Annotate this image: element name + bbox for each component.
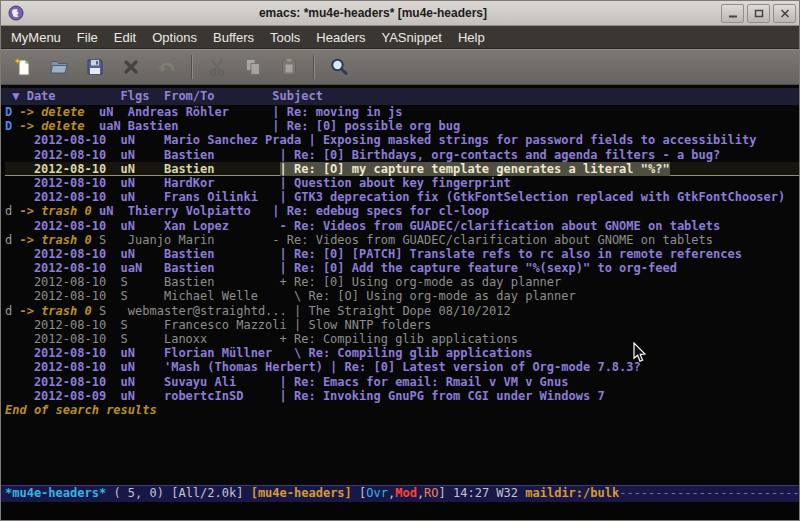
text-segment: 2012-08-10 S Bastien + Re: [0] Using org…	[5, 275, 561, 289]
new-file-icon	[13, 57, 33, 77]
text-segment: ▼ Date Flgs From/To Subject	[5, 89, 323, 103]
text-segment: 2012-08-10 uN Bastien | Re: [0] [PATCH] …	[5, 247, 742, 261]
open-folder-icon	[49, 57, 69, 77]
text-segment: 2012-08-10 uN Bastien | Re: [0] Birthday…	[5, 148, 720, 162]
buffer-text-area: ▼ Date Flgs From/To Subject D -> delete …	[1, 85, 799, 485]
text-segment: 2012-08-10 uN Xan Lopez - Re: Videos fro…	[5, 219, 720, 233]
header-row[interactable]: d -> trash 0 S webmaster@straightd... | …	[5, 304, 799, 318]
close-window-button[interactable]	[773, 4, 796, 23]
header-row[interactable]: D -> delete uaN Bastien | Re: [0] possib…	[5, 119, 799, 133]
text-segment: S webmaster@straightd... | The Straight …	[92, 304, 511, 318]
text-segment: | Re: [O] my capture template generates …	[280, 162, 670, 176]
header-row[interactable]: 2012-08-10 S Francesco Mazzoli | Slow NN…	[5, 318, 799, 332]
header-row[interactable]: d -> trash 0 uN Thierry Volpiatto | Re: …	[5, 204, 799, 218]
text-segment: *mu4e-headers*	[5, 486, 106, 500]
menu-item-options[interactable]: Options	[144, 28, 205, 47]
toolbar-separator	[313, 55, 315, 79]
text-segment: S Juanjo Marin - Re: Videos from GUADEC/…	[92, 233, 713, 247]
text-segment: ----------------------------------------…	[619, 486, 799, 500]
header-row[interactable]: d -> trash 0 S Juanjo Marin - Re: Videos…	[5, 233, 799, 247]
text-segment: [	[352, 486, 366, 500]
toolbar-separator	[191, 55, 193, 79]
text-segment: -> trash 0	[12, 304, 91, 318]
mode-line[interactable]: *mu4e-headers* ( 5, 0) [All/2.0k] [mu4e-…	[1, 485, 799, 502]
text-segment: -> trash 0	[12, 233, 91, 247]
window-title: emacs: *mu4e-headers* [mu4e-headers]	[28, 6, 718, 20]
header-row[interactable]: D -> delete uN Andreas Röhler | Re: movi…	[5, 105, 799, 119]
menu-item-tools[interactable]: Tools	[262, 28, 308, 47]
save-icon	[85, 57, 105, 77]
text-segment: Ovr	[366, 486, 388, 500]
menu-item-file[interactable]: File	[69, 28, 106, 47]
menu-item-buffers[interactable]: Buffers	[205, 28, 262, 47]
cut-button[interactable]	[200, 53, 234, 81]
text-segment: 2012-08-10 S Lanoxx + Re: Compiling glib…	[5, 332, 518, 346]
text-segment: -> delete	[12, 105, 84, 119]
undo-icon	[157, 57, 177, 77]
text-segment: 2012-08-10 uN Bastien	[5, 162, 280, 176]
end-of-results-text: End of search results	[1, 403, 799, 417]
copy-button[interactable]	[236, 53, 270, 81]
header-row[interactable]: 2012-08-10 uN 'Mash (Thomas Herbert) | R…	[5, 360, 799, 374]
header-row[interactable]: 2012-08-10 S Bastien + Re: [0] Using org…	[5, 275, 799, 289]
cut-icon	[207, 57, 227, 77]
header-row[interactable]: 2012-08-10 S Lanoxx + Re: Compiling glib…	[5, 332, 799, 346]
text-segment: 2012-08-10 uaN Bastien | Re: [0] Add the…	[5, 261, 677, 275]
save-button[interactable]	[78, 53, 112, 81]
new-file-button[interactable]	[6, 53, 40, 81]
text-segment: maildir:/bulk	[525, 486, 619, 500]
emacs-app-icon	[8, 5, 24, 21]
close-icon	[780, 4, 790, 22]
text-segment: 2012-08-10 uN Frans Oilinki | GTK3 depre…	[5, 190, 785, 204]
header-row[interactable]: 2012-08-10 uN Bastien | Re: [O] my captu…	[5, 162, 799, 176]
menu-item-edit[interactable]: Edit	[106, 28, 144, 47]
text-segment: RO	[424, 486, 438, 500]
header-row[interactable]: 2012-08-10 S Michael Welle \ Re: [O] Usi…	[5, 289, 799, 303]
text-segment: -> delete	[12, 119, 84, 133]
minimize-button[interactable]	[721, 4, 744, 23]
tool-bar	[1, 49, 799, 85]
search-button[interactable]	[322, 53, 356, 81]
text-segment: uN Thierry Volpiatto | Re: edebug specs …	[92, 204, 489, 218]
emacs-window: emacs: *mu4e-headers* [mu4e-headers] MyM…	[0, 0, 800, 521]
header-row[interactable]: 2012-08-10 uN Frans Oilinki | GTK3 depre…	[5, 190, 799, 204]
text-segment: Mod	[395, 486, 417, 500]
text-segment: 2012-08-10 uN Florian Müllner \ Re: Comp…	[5, 346, 532, 360]
header-row[interactable]: 2012-08-10 uaN Bastien | Re: [0] Add the…	[5, 261, 799, 275]
header-row[interactable]: 2012-08-09 uN robertcInSD | Re: Invoking…	[5, 389, 799, 403]
menu-item-yasnippet[interactable]: YASnippet	[373, 28, 449, 47]
window-titlebar: emacs: *mu4e-headers* [mu4e-headers]	[1, 1, 799, 26]
header-row[interactable]: 2012-08-10 uN HardKor | Question about k…	[5, 176, 799, 190]
paste-icon	[279, 57, 299, 77]
menu-item-headers[interactable]: Headers	[308, 28, 373, 47]
header-row[interactable]: 2012-08-10 uN Suvayu Ali | Re: Emacs for…	[5, 375, 799, 389]
close-button[interactable]	[114, 53, 148, 81]
header-row[interactable]: 2012-08-10 uN Bastien | Re: [0] Birthday…	[5, 148, 799, 162]
maximize-icon	[754, 4, 764, 22]
copy-icon	[243, 57, 263, 77]
menu-item-help[interactable]: Help	[450, 28, 493, 47]
text-segment: 2012-08-10 uN Mario Sanchez Prada | Expo…	[5, 133, 756, 147]
text-segment: [mu4e-headers]	[251, 486, 352, 500]
text-segment: 2012-08-10 uN 'Mash (Thomas Herbert) | R…	[5, 360, 641, 374]
open-folder-button[interactable]	[42, 53, 76, 81]
paste-button[interactable]	[272, 53, 306, 81]
text-segment: uaN Bastien | Re: [0] possible org bug	[84, 119, 460, 133]
menu-item-mymenu[interactable]: MyMenu	[3, 28, 69, 47]
text-segment: ]	[439, 486, 453, 500]
header-row[interactable]: 2012-08-10 uN Mario Sanchez Prada | Expo…	[5, 133, 799, 147]
header-line[interactable]: ▼ Date Flgs From/To Subject	[1, 88, 799, 105]
text-segment: -> trash 0	[12, 204, 91, 218]
close-icon	[121, 57, 141, 77]
search-icon	[329, 57, 349, 77]
header-row[interactable]: 2012-08-10 uN Xan Lopez - Re: Videos fro…	[5, 219, 799, 233]
echo-area-minibuffer[interactable]	[1, 502, 799, 520]
header-row[interactable]: 2012-08-10 uN Bastien | Re: [0] [PATCH] …	[5, 247, 799, 261]
minimize-icon	[728, 4, 738, 22]
maximize-button[interactable]	[747, 4, 770, 23]
text-segment: 2012-08-10 S Michael Welle \ Re: [O] Usi…	[5, 289, 576, 303]
undo-button[interactable]	[150, 53, 184, 81]
text-segment: 2012-08-09 uN robertcInSD | Re: Invoking…	[5, 389, 605, 403]
header-row[interactable]: 2012-08-10 uN Florian Müllner \ Re: Comp…	[5, 346, 799, 360]
text-segment: 14:27 W32	[453, 486, 525, 500]
